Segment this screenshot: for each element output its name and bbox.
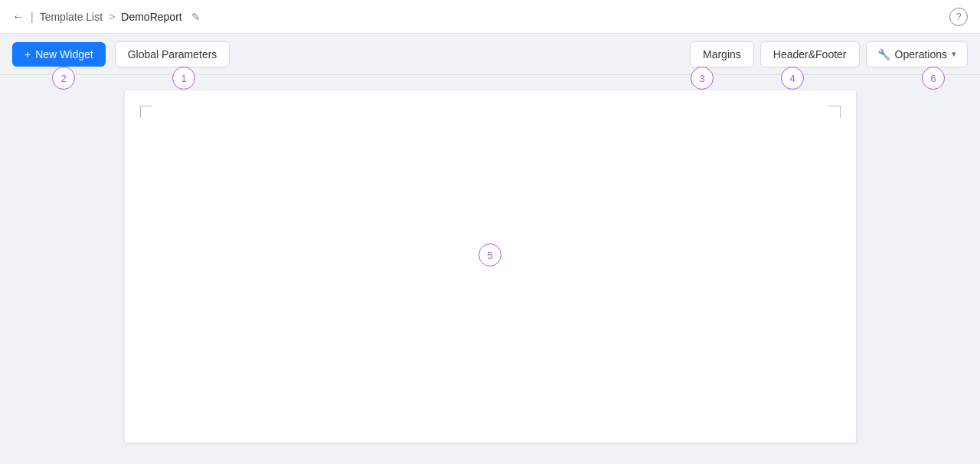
canvas-container[interactable]: 5 [0, 75, 980, 464]
global-parameters-label: Global Parameters [128, 48, 217, 60]
help-button[interactable]: ? [949, 8, 968, 26]
corner-marker-top-right [828, 106, 841, 118]
top-bar: ← | Template List > DemoReport ✎ ? [0, 0, 980, 34]
operations-button[interactable]: 🔧 Operations ▾ [866, 41, 968, 67]
new-widget-button[interactable]: + New Widget [12, 42, 106, 67]
canvas-page: 5 [125, 90, 856, 443]
margins-button[interactable]: Margins [690, 41, 754, 67]
header-footer-button[interactable]: Header&Footer [760, 41, 860, 67]
operations-icon: 🔧 [877, 48, 890, 60]
operations-label: Operations [895, 48, 947, 60]
breadcrumb-current-report: DemoReport [121, 11, 181, 23]
annotation-5: 5 [479, 243, 501, 266]
edit-icon[interactable]: ✎ [191, 11, 201, 23]
breadcrumb-separator: | [31, 11, 34, 23]
annotation-5-wrap: 5 [479, 243, 501, 266]
help-icon: ? [956, 11, 961, 22]
chevron-down-icon: ▾ [952, 49, 956, 59]
back-icon[interactable]: ← [12, 10, 24, 24]
global-parameters-button[interactable]: Global Parameters [115, 41, 230, 67]
breadcrumb-arrow: > [109, 11, 115, 23]
header-footer-label: Header&Footer [773, 48, 847, 60]
toolbar: + New Widget Global Parameters 2 1 3 4 6… [0, 34, 980, 75]
margins-label: Margins [703, 48, 741, 60]
new-widget-label: New Widget [35, 48, 93, 60]
breadcrumb-template-list[interactable]: Template List [40, 11, 103, 23]
corner-marker-top-left [140, 106, 152, 118]
toolbar-right: Margins Header&Footer 🔧 Operations ▾ [690, 41, 968, 67]
plus-icon: + [24, 48, 31, 60]
